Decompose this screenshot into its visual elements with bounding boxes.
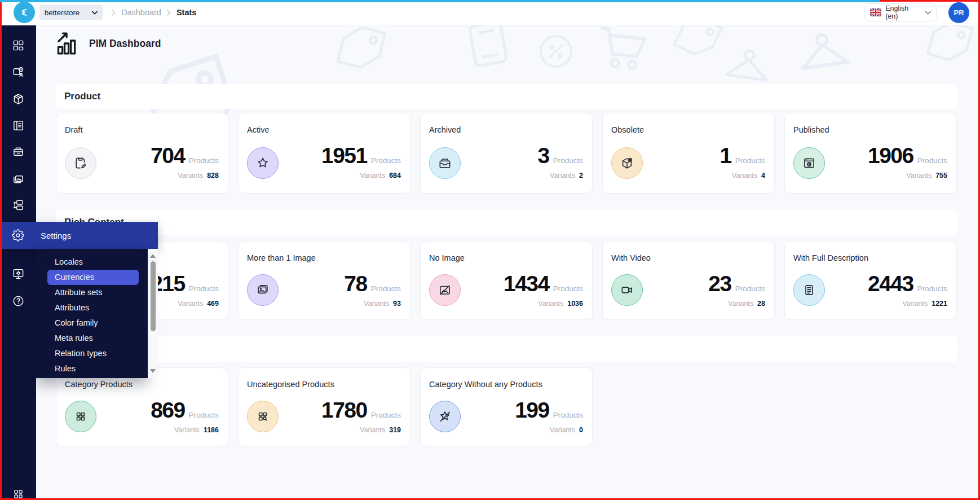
sidebar-item-media[interactable]: [0, 166, 36, 191]
breadcrumb: Dashboard Stats: [112, 0, 196, 25]
sidebar-item-configuration[interactable]: [0, 261, 36, 286]
dashboard-icon: [12, 39, 25, 52]
submenu-scrollbar[interactable]: [148, 249, 158, 378]
products-label: Products: [371, 156, 401, 165]
variants-count: 319: [389, 426, 401, 434]
scrollbar-thumb[interactable]: [151, 261, 156, 331]
submenu-item-relation-types[interactable]: Relation types: [36, 346, 148, 361]
submenu-item-attribute-sets[interactable]: Attribute sets: [36, 285, 148, 300]
help-icon: [12, 295, 25, 308]
settings-submenu: Locales Currencies Attribute sets Attrib…: [36, 249, 148, 378]
products-count: 23: [708, 273, 731, 295]
page-header: PIM Dashboard: [54, 29, 161, 58]
submenu-item-currencies[interactable]: Currencies: [47, 270, 139, 285]
breadcrumb-item-dashboard[interactable]: Dashboard: [121, 8, 161, 17]
card-title: Uncategorised Products: [247, 380, 334, 389]
stat-card-published: Published 1906Products Variants755: [784, 113, 957, 194]
variants-count: 28: [757, 300, 765, 308]
scroll-down-icon[interactable]: [150, 369, 156, 373]
variants-label: Variants: [732, 172, 757, 179]
grid-search-icon: [255, 409, 270, 424]
flag-uk-icon: [870, 8, 881, 16]
sidebar-item-products[interactable]: [0, 86, 36, 111]
grid-icon: [73, 409, 88, 424]
store-selector[interactable]: betterstore: [39, 5, 103, 20]
products-label: Products: [553, 284, 583, 293]
variants-label: Variants: [178, 300, 203, 308]
sidebar-item-sync[interactable]: [0, 59, 36, 84]
submenu-item-meta-rules[interactable]: Meta rules: [36, 331, 148, 346]
video-icon: [620, 283, 634, 297]
products-label: Products: [917, 284, 947, 293]
star-slash-icon: [438, 409, 452, 424]
products-label: Products: [189, 284, 219, 293]
scroll-up-icon[interactable]: [150, 254, 156, 258]
card-title: Category Products: [65, 380, 133, 389]
variants-label: Variants: [178, 172, 203, 179]
stat-card-no-image: No Image 1434Products Variants1036: [420, 241, 593, 320]
logo-icon: [18, 6, 30, 19]
category-cards-row: Category Products 869Products Variants11…: [56, 367, 593, 446]
app-logo[interactable]: [14, 2, 35, 23]
stat-card-active: Active 1951Products Variants684: [238, 113, 410, 194]
sidebar-item-dashboard[interactable]: [0, 33, 36, 58]
products-label: Products: [735, 156, 765, 165]
stat-card-archived: Archived 3Products Variants2: [420, 113, 593, 194]
variants-label: Variants: [728, 300, 753, 308]
products-count: 1906: [868, 144, 913, 166]
card-title: Active: [247, 125, 270, 134]
publish-window-icon: [802, 156, 816, 170]
submenu-item-rules[interactable]: Rules: [36, 361, 148, 376]
obsolete-box-icon-badge: [611, 147, 643, 179]
products-label: Products: [553, 156, 583, 165]
grid-search-icon-badge: [247, 401, 279, 432]
submenu-item-attributes[interactable]: Attributes: [36, 300, 148, 315]
obsolete-box-icon: [620, 156, 634, 170]
products-label: Products: [553, 411, 583, 419]
chevron-right-icon: [112, 10, 116, 16]
sidebar-item-settings[interactable]: Settings: [0, 222, 158, 249]
image-slash-icon-badge: [429, 274, 461, 306]
bar-chart-growth-icon: [54, 29, 82, 58]
sidebar-item-label: Settings: [41, 231, 71, 240]
rich-content-cards-row: 1215Products Variants469 More than 1 Ima…: [56, 241, 957, 320]
breadcrumb-item-stats: Stats: [176, 8, 196, 17]
stat-card-category-products: Category Products 869Products Variants11…: [56, 367, 228, 446]
sidebar-item-attributes[interactable]: [0, 139, 36, 164]
variants-label: Variants: [902, 300, 928, 308]
sidebar-item-apps[interactable]: [0, 481, 36, 500]
products-label: Products: [189, 156, 219, 165]
sidebar-item-categories[interactable]: [0, 113, 36, 138]
media-icon: [12, 172, 25, 185]
product-cards-row: Draft 704Products Variants828 Active 195…: [56, 113, 957, 194]
variants-label: Variants: [364, 300, 389, 308]
sidebar-item-data-transfer[interactable]: [0, 192, 36, 217]
stat-card-more-than-1-image: More than 1 Image 78Products Variants93: [238, 241, 410, 320]
data-transfer-icon: [12, 199, 25, 212]
variants-count: 4: [761, 172, 765, 179]
products-count: 1951: [321, 144, 367, 166]
description-icon: [802, 283, 816, 297]
user-avatar[interactable]: PR: [948, 2, 969, 23]
language-selector[interactable]: English (en): [864, 3, 937, 21]
sidebar-item-help[interactable]: [0, 288, 36, 313]
doodle-percent-icon: [536, 31, 576, 72]
avatar-initials: PR: [953, 8, 964, 17]
chevron-right-icon: [167, 10, 171, 16]
submenu-item-color-family[interactable]: Color family: [36, 315, 148, 331]
variants-count: 0: [579, 426, 583, 434]
products-count: 704: [151, 144, 185, 166]
products-count: 2443: [868, 273, 913, 295]
grid-icon-badge: [65, 401, 96, 432]
stat-card-obsolete: Obsolete 1Products Variants4: [602, 113, 775, 194]
products-label: Products: [371, 284, 401, 293]
star-slash-icon-badge: [429, 401, 461, 432]
image-slash-icon: [438, 283, 452, 297]
card-title: More than 1 Image: [247, 253, 316, 262]
submenu-item-locales[interactable]: Locales: [36, 255, 148, 270]
variants-count: 684: [389, 172, 401, 179]
section-header-rich-content: Rich Content: [56, 209, 957, 235]
variants-label: Variants: [906, 172, 932, 179]
archive-box-icon-badge: [429, 147, 461, 179]
video-icon-badge: [611, 274, 643, 306]
